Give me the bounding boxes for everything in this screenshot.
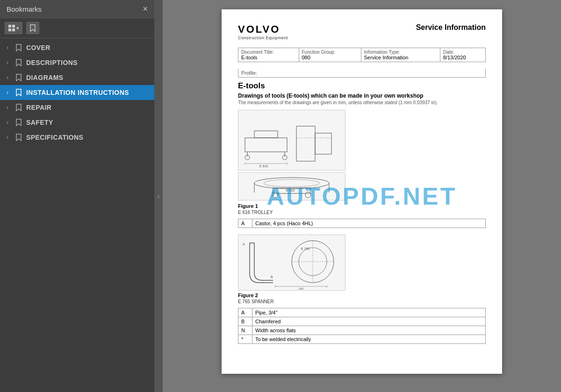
part-value: Width across flats: [252, 326, 486, 335]
svg-point-18: [264, 179, 320, 187]
main-content-area: AUTOPDF.NET VOLVO Construction Equipment…: [163, 0, 561, 392]
date-label: Date:: [443, 50, 482, 55]
sidebar-item-diagrams[interactable]: › DIAGRAMS: [0, 70, 154, 85]
section-note: The measurements of the drawings are giv…: [238, 100, 486, 105]
chevron-icon: ›: [7, 119, 13, 126]
bookmark-descriptions-icon: [15, 59, 22, 66]
info-type-label: Information Type:: [364, 50, 437, 55]
part-value: To be welded electrically: [252, 335, 486, 344]
table-row: * To be welded electrically: [238, 335, 486, 344]
svg-rect-11: [315, 133, 331, 154]
document-info-table: Document Title: E-tools Function Group: …: [238, 48, 486, 62]
bookmark-view-button[interactable]: [26, 22, 39, 34]
svg-text:B: B: [271, 275, 273, 278]
doc-title-value: E-tools: [241, 55, 257, 60]
figure1-name: E 616 TROLLEY: [238, 210, 486, 215]
section-subtitle: Drawings of tools (E-tools) which can be…: [238, 93, 486, 99]
svg-text:E 616: E 616: [286, 189, 295, 192]
svg-rect-4: [245, 138, 287, 152]
chevron-icon: ›: [7, 74, 13, 81]
figure2-parts-table: A Pipe, 3/4" B Chamfered N Width across …: [238, 308, 486, 344]
function-group-value: 080: [302, 55, 310, 60]
part-key: A: [238, 219, 252, 228]
chevron-icon: ›: [7, 44, 13, 51]
part-key: N: [238, 326, 252, 335]
doc-title-label: Document Title:: [241, 50, 296, 55]
sidebar-item-cover[interactable]: › COVER: [0, 40, 154, 55]
info-type-cell: Information Type: Service Information: [361, 48, 440, 62]
sidebar-item-installation[interactable]: › INSTALLATION INSTRUCTIONS: [0, 85, 154, 100]
figure1-caption: Figure 1: [238, 203, 486, 209]
page-header: VOLVO Construction Equipment Service Inf…: [238, 23, 486, 40]
sidebar-item-descriptions-label: DESCRIPTIONS: [26, 59, 78, 66]
date-value: 8/13/2020: [443, 55, 466, 60]
company-name: VOLVO: [238, 23, 288, 36]
bookmark-diagrams-icon: [15, 74, 22, 81]
section-title: E-tools: [238, 81, 486, 91]
sidebar-item-cover-label: COVER: [26, 44, 50, 51]
sidebar-title: Bookmarks: [7, 5, 42, 13]
sidebar-item-specifications[interactable]: › SPECIFICATIONS: [0, 130, 154, 145]
sidebar-item-safety-label: SAFETY: [26, 119, 53, 126]
svg-text:E 616: E 616: [259, 164, 268, 168]
sidebar-header: Bookmarks ×: [0, 0, 154, 18]
doc-title-cell: Document Title: E-tools: [238, 48, 299, 62]
part-value: Pipe, 3/4": [252, 308, 486, 317]
figure2-drawing: E 765 A B 150: [238, 235, 345, 291]
part-key: A: [238, 308, 252, 317]
table-row: A Pipe, 3/4": [238, 308, 486, 317]
svg-rect-2: [8, 29, 11, 31]
figure1-svg: E 616: [240, 112, 343, 168]
view-toggle-button[interactable]: ▾: [5, 22, 22, 34]
figure1-side-svg: E 616: [240, 174, 343, 200]
part-value: Chamfered: [252, 317, 486, 326]
table-row: N Width across flats: [238, 326, 486, 335]
bookmark-safety-icon: [15, 119, 22, 126]
sidebar-item-safety[interactable]: › SAFETY: [0, 115, 154, 130]
chevron-icon: ›: [7, 59, 13, 66]
sidebar-item-specifications-label: SPECIFICATIONS: [26, 134, 83, 141]
svg-text:E 765: E 765: [301, 247, 309, 250]
sidebar-item-diagrams-label: DIAGRAMS: [26, 74, 64, 81]
svg-point-23: [305, 192, 311, 198]
bookmark-repair-icon: [15, 104, 22, 111]
svg-rect-5: [254, 131, 278, 138]
table-row: B Chamfered: [238, 317, 486, 326]
sidebar-close-button[interactable]: ×: [143, 5, 148, 13]
sidebar: Bookmarks × ▾ › COVER ›: [0, 0, 154, 392]
company-sub: Construction Equipment: [238, 36, 288, 40]
svg-point-17: [254, 178, 329, 189]
doc-info-row: Document Title: E-tools Function Group: …: [238, 48, 486, 62]
svg-rect-10: [296, 126, 315, 161]
figure1-drawing: E 616: [238, 110, 345, 171]
figure2-svg: E 765 A B 150: [240, 236, 343, 290]
svg-point-22: [273, 192, 278, 198]
profile-row: Profile:: [238, 69, 486, 78]
function-group-label: Function Group:: [302, 50, 358, 55]
chevron-icon: ›: [7, 134, 13, 141]
sidebar-collapse-button[interactable]: ‹: [154, 0, 163, 392]
grid-icon: [8, 24, 15, 32]
sidebar-item-repair[interactable]: › REPAIR: [0, 100, 154, 115]
document-page: VOLVO Construction Equipment Service Inf…: [222, 9, 502, 374]
part-key: B: [238, 317, 252, 326]
figure2-caption: Figure 2: [238, 292, 486, 298]
bookmark-icon: [29, 24, 36, 32]
sidebar-item-installation-label: INSTALLATION INSTRUCTIONS: [26, 89, 129, 96]
sidebar-toolbar: ▾: [0, 18, 154, 38]
part-key: *: [238, 335, 252, 344]
volvo-logo: VOLVO Construction Equipment: [238, 23, 288, 40]
table-row: A Castor, 4 pcs (Haco 4HL): [238, 219, 486, 228]
page-title: Service Information: [416, 23, 486, 32]
chevron-icon: ›: [7, 89, 13, 96]
sidebar-item-descriptions[interactable]: › DESCRIPTIONS: [0, 55, 154, 70]
part-value: Castor, 4 pcs (Haco 4HL): [252, 219, 486, 228]
sidebar-items-list: › COVER › DESCRIPTIONS › DIAGRAMS ›: [0, 38, 154, 392]
svg-rect-1: [12, 25, 15, 28]
bookmark-cover-icon: [15, 44, 22, 51]
figure1-parts-table: A Castor, 4 pcs (Haco 4HL): [238, 219, 486, 228]
svg-rect-3: [12, 29, 15, 31]
svg-text:150: 150: [299, 287, 304, 290]
chevron-icon: ›: [7, 104, 13, 111]
date-cell: Date: 8/13/2020: [440, 48, 485, 62]
